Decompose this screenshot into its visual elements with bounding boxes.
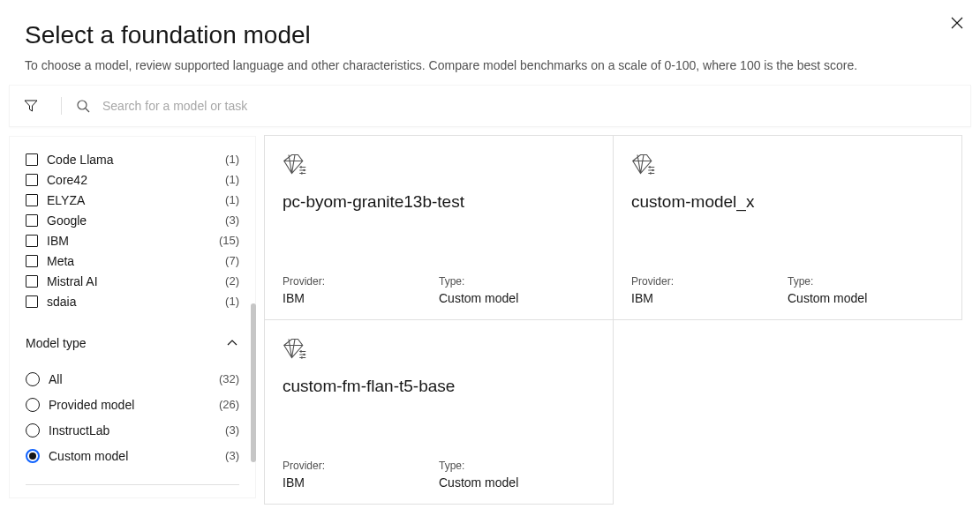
filter-count: (1) [225, 295, 239, 308]
checkbox-icon [26, 153, 38, 166]
filter-button[interactable] [24, 99, 49, 113]
close-button[interactable] [946, 12, 968, 34]
scrollbar[interactable] [251, 303, 256, 462]
filter-checkbox-elyza[interactable]: ELYZA (1) [26, 190, 239, 210]
filter-checkbox-google[interactable]: Google (3) [26, 210, 239, 230]
model-card-meta: Provider: IBM Type: Custom model [283, 460, 595, 490]
search-icon [74, 99, 92, 113]
checkbox-icon [26, 255, 38, 267]
filter-label: Google [47, 213, 225, 228]
filter-label: Mistral AI [47, 274, 225, 288]
filter-count: (3) [225, 423, 239, 437]
model-cards-grid: pc-byom-granite13b-test Provider: IBM Ty… [256, 127, 980, 531]
diamond-sliders-icon [283, 336, 595, 361]
model-card[interactable]: pc-byom-granite13b-test Provider: IBM Ty… [264, 135, 614, 320]
filter-count: (2) [225, 274, 239, 288]
svg-point-6 [650, 172, 652, 174]
svg-point-5 [652, 169, 653, 171]
svg-point-4 [649, 166, 651, 168]
filter-count: (15) [219, 234, 239, 247]
filter-label: ELYZA [47, 193, 225, 207]
divider [26, 484, 239, 485]
model-card-title: custom-model_x [631, 192, 944, 275]
checkbox-icon [26, 235, 38, 247]
filter-checkbox-code-llama[interactable]: Code Llama (1) [26, 149, 239, 169]
page-subtitle: To choose a model, review supported lang… [25, 58, 955, 72]
filter-label: Custom model [49, 449, 225, 463]
modal-header: Select a foundation model To choose a mo… [0, 0, 980, 85]
radio-icon [26, 398, 40, 412]
filter-radio-provided-model[interactable]: Provided model (26) [26, 392, 239, 417]
filter-count: (26) [219, 398, 239, 411]
filter-label: sdaia [47, 295, 225, 309]
checkbox-icon [26, 295, 38, 308]
radio-icon [26, 449, 40, 463]
content-area: Code Llama (1) Core42 (1) ELYZA (1) Goog… [0, 127, 980, 531]
model-card-meta: Provider: IBM Type: Custom model [283, 275, 595, 305]
meta-type-label: Type: [439, 460, 595, 472]
diamond-sliders-icon [283, 152, 595, 176]
close-icon [950, 16, 964, 30]
svg-point-1 [300, 166, 302, 168]
filter-count: (1) [225, 193, 239, 206]
svg-point-8 [303, 354, 305, 355]
filter-checkbox-meta[interactable]: Meta (7) [26, 251, 239, 271]
filter-count: (7) [225, 254, 239, 267]
model-card-title: custom-fm-flan-t5-base [283, 377, 595, 460]
radio-icon [26, 372, 40, 386]
filter-label: IBM [47, 234, 219, 248]
filter-label: Code Llama [47, 153, 225, 167]
svg-point-7 [300, 350, 302, 352]
page-title: Select a foundation model [25, 21, 955, 49]
meta-provider-value: IBM [631, 291, 788, 305]
filter-checkbox-mistral-ai[interactable]: Mistral AI (2) [26, 271, 239, 291]
meta-provider-value: IBM [283, 475, 439, 490]
filter-checkbox-sdaia[interactable]: sdaia (1) [26, 291, 239, 311]
filter-checkbox-ibm[interactable]: IBM (15) [26, 230, 239, 251]
model-card-title: pc-byom-granite13b-test [283, 192, 595, 275]
filter-checkbox-core42[interactable]: Core42 (1) [26, 169, 239, 190]
filter-count: (3) [225, 213, 239, 227]
sidebar: Code Llama (1) Core42 (1) ELYZA (1) Goog… [0, 127, 256, 531]
meta-provider-value: IBM [283, 291, 439, 305]
chevron-up-icon [225, 336, 239, 350]
model-card[interactable]: custom-model_x Provider: IBM Type: Custo… [613, 135, 962, 320]
divider [61, 97, 62, 115]
meta-type-value: Custom model [439, 475, 595, 490]
model-card[interactable]: custom-fm-flan-t5-base Provider: IBM Typ… [264, 319, 614, 505]
meta-type-value: Custom model [439, 291, 595, 305]
svg-point-3 [301, 172, 303, 174]
filter-count: (1) [225, 173, 239, 186]
filter-label: All [49, 372, 219, 386]
filter-radio-all[interactable]: All (32) [26, 366, 239, 392]
search-input[interactable] [102, 99, 956, 113]
filter-radio-instructlab[interactable]: InstructLab (3) [26, 417, 239, 443]
search-bar [9, 85, 971, 127]
filter-label: Provided model [49, 398, 219, 412]
filter-label: Core42 [47, 173, 225, 187]
svg-point-9 [301, 356, 303, 358]
meta-provider-label: Provider: [283, 275, 439, 288]
section-title: Model type [26, 336, 225, 350]
filter-icon [24, 99, 38, 113]
svg-point-0 [78, 101, 87, 109]
filter-radio-custom-model[interactable]: Custom model (3) [26, 443, 239, 468]
checkbox-icon [26, 214, 38, 227]
model-card-meta: Provider: IBM Type: Custom model [631, 275, 944, 305]
svg-point-2 [303, 169, 305, 171]
model-type-filter-list: All (32) Provided model (26) InstructLab… [10, 366, 255, 468]
filter-count: (1) [225, 153, 239, 166]
meta-type-label: Type: [788, 275, 944, 288]
filter-label: Meta [47, 254, 225, 268]
filter-count: (3) [225, 449, 239, 462]
checkbox-icon [26, 275, 38, 288]
meta-provider-label: Provider: [631, 275, 788, 288]
radio-icon [26, 423, 40, 438]
meta-type-value: Custom model [788, 291, 944, 305]
filter-label: InstructLab [49, 423, 225, 438]
filter-count: (32) [219, 372, 239, 385]
model-type-section-toggle[interactable]: Model type [10, 325, 255, 361]
provider-filter-list: Code Llama (1) Core42 (1) ELYZA (1) Goog… [10, 149, 255, 311]
meta-type-label: Type: [439, 275, 595, 288]
meta-provider-label: Provider: [283, 460, 439, 472]
